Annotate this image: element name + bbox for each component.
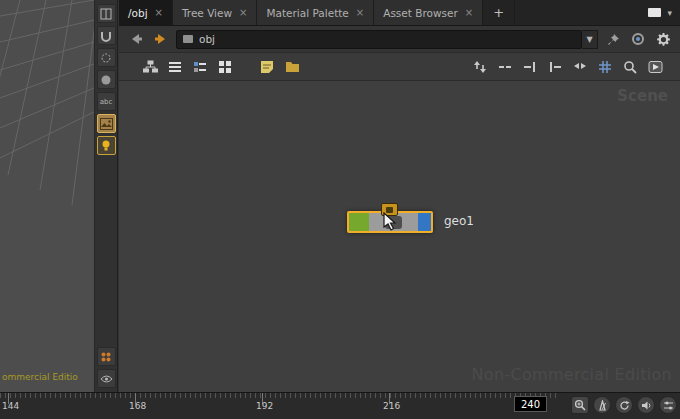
align-end-icon[interactable] [521, 58, 539, 76]
node-template-flag[interactable] [349, 213, 369, 231]
node-geo1[interactable]: geo1 [347, 211, 433, 233]
folder-icon[interactable] [283, 58, 301, 76]
path-input[interactable]: obj [176, 30, 582, 49]
pane-maximize-icon[interactable] [648, 8, 661, 17]
tick-label-168: 168 [129, 401, 146, 411]
distribute-icon[interactable] [571, 58, 589, 76]
playbar-controls [571, 396, 677, 414]
tick-label-144: 144 [2, 401, 19, 411]
pin-button[interactable] [603, 29, 623, 49]
node-name-label: geo1 [444, 214, 474, 228]
arrow-right-icon [153, 32, 169, 46]
tab-obj[interactable]: /obj × [119, 0, 173, 25]
timeline-ruler[interactable] [0, 393, 558, 398]
houdini-window: ommercial Editio abc [0, 0, 680, 419]
snap-icon[interactable] [97, 26, 116, 45]
node-display-flag[interactable] [418, 213, 431, 231]
close-icon[interactable]: × [155, 7, 163, 18]
close-icon[interactable]: × [465, 7, 473, 18]
tab-material-palette[interactable]: Material Palette × [257, 0, 374, 25]
network-toolbar [119, 53, 680, 81]
tab-tree-view[interactable]: Tree View × [173, 0, 258, 25]
detail-list-icon[interactable] [191, 58, 209, 76]
path-bar: obj ▼ [119, 26, 680, 53]
shade-mode-icon[interactable] [97, 70, 116, 89]
magnifier-plus-icon [574, 399, 586, 411]
node-icon [183, 35, 193, 43]
lighting-icon[interactable] [97, 136, 116, 155]
dashes-icon[interactable] [496, 58, 514, 76]
tab-label: Tree View [182, 7, 232, 19]
grid-dots-icon[interactable] [97, 347, 116, 366]
path-value: obj [199, 33, 215, 45]
metronome-icon [597, 400, 608, 411]
forward-button[interactable] [151, 30, 171, 49]
settings-button[interactable] [653, 29, 673, 49]
sticky-note-icon[interactable] [258, 58, 276, 76]
tab-bar-controls: ▾ [648, 0, 680, 25]
context-label: Scene [617, 87, 668, 105]
tab-label: /obj [128, 7, 148, 19]
dependency-links-icon[interactable] [471, 58, 489, 76]
viewport-layout-icon[interactable] [97, 4, 116, 23]
snapshot-icon[interactable] [97, 114, 116, 133]
close-icon[interactable]: × [239, 7, 247, 18]
sliders-icon [663, 400, 674, 411]
tab-bar: /obj × Tree View × Material Palette × As… [119, 0, 680, 26]
select-mode-icon[interactable] [97, 48, 116, 67]
align-start-icon[interactable] [546, 58, 564, 76]
tab-asset-browser[interactable]: Asset Browser × [374, 0, 483, 25]
new-tab-button[interactable]: + [483, 0, 515, 25]
network-toolbar-right [471, 58, 664, 76]
speaker-icon [641, 400, 652, 411]
thumbnail-grid-icon[interactable] [216, 58, 234, 76]
loop-mode-button[interactable] [615, 396, 633, 414]
abc-display-icon[interactable]: abc [97, 92, 116, 111]
viewport-toolbar: abc [94, 0, 118, 392]
tab-label: Material Palette [266, 7, 348, 19]
playbar[interactable]: 144 168 192 216 240 [0, 392, 680, 419]
viewport-grid [0, 0, 94, 210]
mouse-cursor-icon [383, 212, 399, 232]
license-watermark: Non-Commercial Edition [472, 365, 672, 384]
display-view-icon[interactable] [646, 58, 664, 76]
loop-icon [619, 400, 630, 411]
tree-view-icon[interactable] [141, 58, 159, 76]
network-editor-pane: /obj × Tree View × Material Palette × As… [119, 0, 680, 392]
tab-label: Asset Browser [383, 7, 458, 19]
list-view-icon[interactable] [166, 58, 184, 76]
back-button[interactable] [126, 30, 146, 49]
tick-label-192: 192 [256, 401, 273, 411]
viewport-watermark: ommercial Editio [2, 372, 78, 382]
current-frame-field[interactable]: 240 [514, 396, 547, 412]
visibility-eye-icon[interactable] [97, 369, 116, 388]
scene-viewport[interactable]: ommercial Editio [0, 0, 94, 392]
playback-options-button[interactable] [659, 396, 677, 414]
grid-snap-icon[interactable] [596, 58, 614, 76]
audio-button[interactable] [637, 396, 655, 414]
timeline-zoom-button[interactable] [571, 396, 589, 414]
pin-icon [607, 33, 620, 46]
realtime-toggle-button[interactable] [593, 396, 611, 414]
radial-menu-button[interactable] [628, 29, 648, 49]
abc-label: abc [100, 98, 113, 106]
arrow-left-icon [128, 32, 144, 46]
tick-label-216: 216 [383, 401, 400, 411]
path-dropdown-button[interactable]: ▼ [582, 30, 598, 49]
radial-menu-icon [632, 33, 644, 45]
gear-icon [656, 32, 671, 47]
network-toolbar-left [141, 58, 301, 76]
close-icon[interactable]: × [356, 7, 364, 18]
search-icon[interactable] [621, 58, 639, 76]
network-canvas[interactable]: Scene Non-Commercial Edition geo1 [119, 81, 680, 392]
chevron-down-icon[interactable]: ▾ [667, 8, 672, 18]
